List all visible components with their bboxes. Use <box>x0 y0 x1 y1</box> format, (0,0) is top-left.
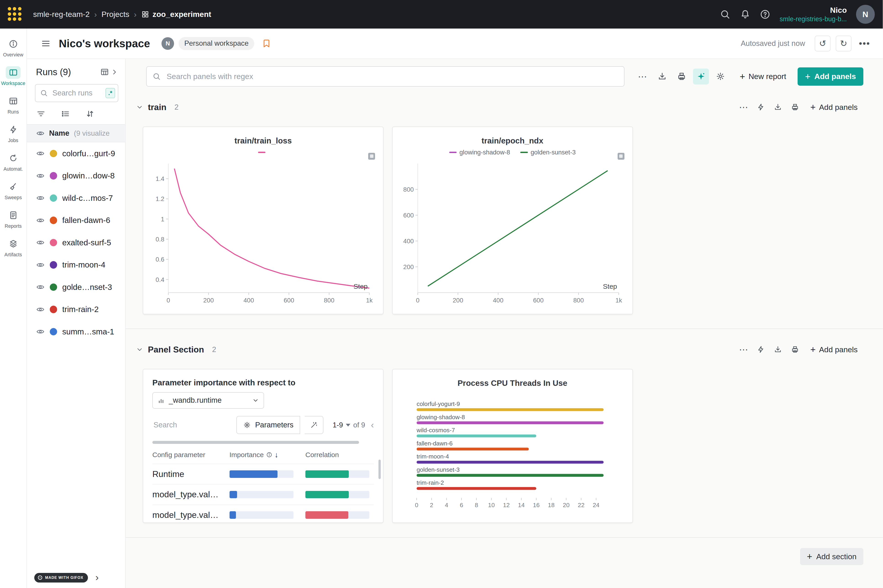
visibility-eye-icon[interactable] <box>36 305 45 314</box>
section-add-panels-button[interactable]: + Add panels <box>805 340 864 358</box>
importance-row[interactable]: Runtime <box>152 464 374 484</box>
run-name[interactable]: glowin…dow-8 <box>62 171 115 180</box>
section-title[interactable]: Panel Section <box>148 345 204 354</box>
run-name[interactable]: trim-moon-4 <box>62 260 105 269</box>
visibility-eye-icon[interactable] <box>36 327 45 336</box>
run-row[interactable]: glowin…dow-8 <box>27 165 125 187</box>
help-icon[interactable] <box>760 9 771 20</box>
column-correlation[interactable]: Correlation <box>305 451 374 459</box>
importance-search-input[interactable] <box>152 420 232 430</box>
magic-wand-button[interactable] <box>305 416 324 434</box>
run-row[interactable]: fallen-dawn-6 <box>27 209 125 232</box>
sparkles-icon[interactable] <box>693 69 709 84</box>
panel-action-icon[interactable] <box>618 153 624 160</box>
importance-row[interactable]: model_type.val… <box>152 484 374 505</box>
rail-item-automations[interactable]: Automat. <box>0 147 27 176</box>
panel-layout-icon[interactable] <box>673 69 690 84</box>
add-section-button[interactable]: + Add section <box>800 548 864 565</box>
panel-action-icon[interactable] <box>368 153 375 160</box>
breadcrumb-project[interactable]: zoo_experiment <box>141 10 211 19</box>
importance-page-info[interactable]: 1-9 of 9 <box>333 421 365 429</box>
run-name[interactable]: colorfu…gurt-9 <box>62 149 115 158</box>
sort-icon[interactable] <box>85 109 95 119</box>
visibility-eye-icon[interactable] <box>36 171 45 180</box>
column-config-parameter[interactable]: Config parameter <box>152 451 229 459</box>
settings-gear-icon[interactable] <box>712 69 729 84</box>
rail-item-workspace[interactable]: Workspace <box>0 62 27 90</box>
user-avatar[interactable]: N <box>856 5 875 24</box>
visibility-eye-icon[interactable] <box>36 216 45 225</box>
run-name[interactable]: fallen-dawn-6 <box>62 216 110 225</box>
runs-search-input[interactable] <box>51 88 102 98</box>
visibility-eye-icon[interactable] <box>36 194 45 202</box>
run-name[interactable]: trim-rain-2 <box>62 305 99 314</box>
run-name[interactable]: summ…sma-1 <box>62 327 114 336</box>
run-row[interactable]: colorfu…gurt-9 <box>27 142 125 165</box>
user-team-link[interactable]: smle-registries-bug-b... <box>780 15 847 23</box>
rail-item-jobs[interactable]: Jobs <box>0 119 27 147</box>
section-export-icon[interactable] <box>771 100 785 115</box>
undo-button[interactable]: ↺ <box>815 36 831 51</box>
notifications-bell-icon[interactable] <box>740 9 751 20</box>
collapse-chevron-left-icon[interactable]: ‹ <box>371 420 374 430</box>
bookmark-report-icon[interactable] <box>261 38 272 49</box>
run-row[interactable]: trim-rain-2 <box>27 298 125 321</box>
run-row[interactable]: wild-c…mos-7 <box>27 187 125 209</box>
section-collapse-chevron-icon[interactable] <box>136 346 144 353</box>
run-row[interactable]: golde…nset-3 <box>27 276 125 298</box>
wandb-logo-icon[interactable] <box>7 6 23 22</box>
panel-epoch-ndx[interactable]: train/epoch_ndx glowing-shadow-8golden-s… <box>392 126 633 314</box>
name-column-label[interactable]: Name <box>49 129 69 138</box>
rail-item-reports[interactable]: Reports <box>0 204 27 233</box>
visibility-eye-icon[interactable] <box>36 261 45 269</box>
horizontal-scrollbar[interactable] <box>152 441 359 444</box>
breadcrumb-team[interactable]: smle-reg-team-2 <box>33 10 90 19</box>
column-importance[interactable]: Importance ↓ <box>229 451 306 459</box>
section-collapse-chevron-icon[interactable] <box>136 104 144 111</box>
section-overflow-icon[interactable]: ⋯ <box>736 342 751 357</box>
regex-toggle[interactable]: .* <box>105 88 115 98</box>
filter-icon[interactable] <box>36 109 46 119</box>
workspace-overflow-menu[interactable]: ••• <box>856 38 873 49</box>
section-zap-icon[interactable] <box>753 100 768 115</box>
section-title[interactable]: train <box>148 102 166 112</box>
hamburger-menu-icon[interactable] <box>40 38 51 49</box>
run-name[interactable]: golde…nset-3 <box>62 283 112 292</box>
group-list-icon[interactable] <box>60 109 70 119</box>
rail-item-artifacts[interactable]: Artifacts <box>0 233 27 261</box>
section-layout-icon[interactable] <box>787 342 802 357</box>
panel-cpu-threads[interactable]: Process CPU Threads In Use colorful-yogu… <box>392 369 633 523</box>
metric-selector-dropdown[interactable]: _wandb.runtime <box>152 392 264 409</box>
visibility-eye-icon[interactable] <box>36 129 45 138</box>
section-overflow-icon[interactable]: ⋯ <box>736 100 751 115</box>
redo-button[interactable]: ↻ <box>836 36 852 51</box>
rail-item-sweeps[interactable]: Sweeps <box>0 176 27 204</box>
run-row[interactable]: exalted-surf-5 <box>27 231 125 254</box>
parameters-button[interactable]: Parameters <box>236 416 300 434</box>
run-name[interactable]: wild-c…mos-7 <box>62 194 113 202</box>
run-row[interactable]: trim-moon-4 <box>27 254 125 276</box>
panel-train-loss[interactable]: train/train_loss 02004006008001k0.40.60.… <box>143 126 384 314</box>
run-row[interactable]: summ…sma-1 <box>27 321 125 343</box>
toolbar-overflow-icon[interactable]: ⋯ <box>635 69 651 84</box>
section-zap-icon[interactable] <box>753 342 768 357</box>
section-layout-icon[interactable] <box>787 100 802 115</box>
workspace-type-pill[interactable]: Personal workspace <box>178 37 254 50</box>
visibility-eye-icon[interactable] <box>36 149 45 158</box>
panel-parameter-importance[interactable]: Parameter importance with respect to _wa… <box>143 369 384 523</box>
expand-sidebar-chevron-icon[interactable] <box>110 68 118 76</box>
importance-row[interactable]: model_type.val… <box>152 505 374 523</box>
rail-item-overview[interactable]: Overview <box>0 33 27 62</box>
breadcrumb-projects[interactable]: Projects <box>101 10 129 19</box>
add-panels-button[interactable]: + Add panels <box>798 68 864 86</box>
visibility-eye-icon[interactable] <box>36 283 45 291</box>
run-name[interactable]: exalted-surf-5 <box>62 238 111 247</box>
runs-table-toggle-icon[interactable] <box>100 68 109 76</box>
search-icon[interactable] <box>720 9 731 20</box>
new-report-button[interactable]: + New report <box>734 68 792 86</box>
section-export-icon[interactable] <box>771 342 785 357</box>
pagination-next-button[interactable]: › <box>90 570 104 585</box>
rail-item-runs[interactable]: Runs <box>0 90 27 119</box>
panel-search-input[interactable] <box>166 72 618 81</box>
section-add-panels-button[interactable]: + Add panels <box>805 98 864 116</box>
